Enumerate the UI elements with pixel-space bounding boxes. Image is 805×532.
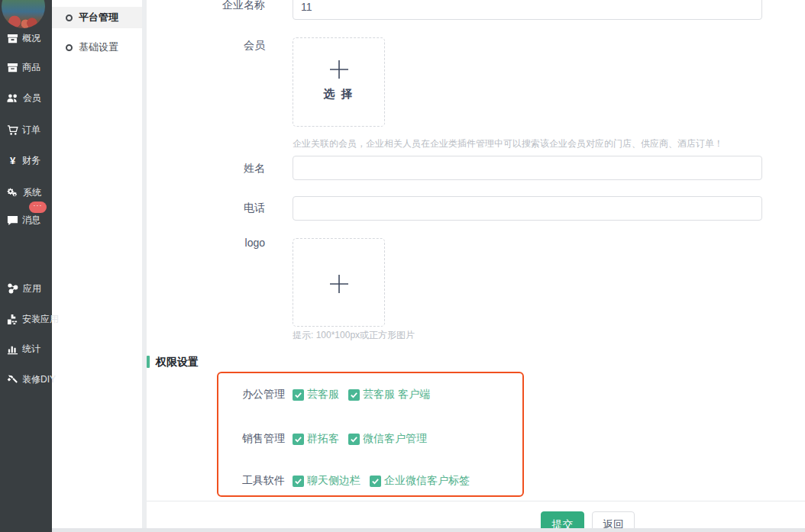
sidebar-item-label: 安装应用 <box>22 313 59 326</box>
sidebar-item-install-apps[interactable]: 安装应用 <box>0 311 52 327</box>
name-label: 姓名 <box>196 162 265 176</box>
decorate-diy-icon <box>7 374 18 385</box>
footer-divider <box>147 501 805 501</box>
members-icon <box>7 92 19 104</box>
sidebar-item-label: 概况 <box>22 32 40 45</box>
section-accent-bar <box>147 356 150 368</box>
system-icon <box>7 187 19 198</box>
sidebar-item-label: 系统 <box>23 186 41 199</box>
secondary-sidebar: 平台管理 基础设置 <box>52 0 144 528</box>
panel-gutter <box>142 0 147 528</box>
overview-icon <box>7 33 18 44</box>
primary-sidebar: 概况 商品 会员 订单 ¥ <box>0 0 52 532</box>
sidebar-item-messages[interactable]: 消息 <box>0 212 52 227</box>
sidebar-item-label: 统计 <box>22 343 40 356</box>
submenu-item-platform-management[interactable]: 平台管理 <box>52 7 144 28</box>
phone-input[interactable] <box>293 196 762 221</box>
sidebar-item-overview[interactable]: 概况 <box>0 31 52 46</box>
app-window: 企业名称 会员 选 择 企业关联的会员，企业相关人员在企业类插件管理中可以搜索该… <box>0 0 805 532</box>
install-apps-icon <box>7 314 18 325</box>
sidebar-item-statistics[interactable]: 统计 <box>0 341 52 356</box>
submenu-item-label: 平台管理 <box>79 11 118 24</box>
member-hint: 企业关联的会员，企业相关人员在企业类插件管理中可以搜索该企业会员对应的门店、供应… <box>293 137 723 150</box>
logo-label: logo <box>196 237 265 249</box>
sidebar-item-orders[interactable]: 订单 <box>0 122 52 137</box>
orders-icon <box>7 124 18 136</box>
sidebar-item-members[interactable]: 会员 <box>0 90 52 105</box>
sidebar-item-label: 商品 <box>22 61 40 74</box>
name-input[interactable] <box>293 156 762 180</box>
user-avatar[interactable] <box>2 0 45 28</box>
radio-icon <box>66 44 73 51</box>
permissions-section-title: 权限设置 <box>156 356 199 369</box>
annotation-highlight-box <box>217 372 524 497</box>
logo-upload-box[interactable] <box>293 238 385 327</box>
sidebar-item-label: 财务 <box>22 154 40 167</box>
company-name-label: 企业名称 <box>196 0 265 12</box>
sidebar-item-label: 订单 <box>22 124 40 137</box>
page-bottom-strip <box>52 528 805 532</box>
member-select-text: 选 择 <box>293 87 384 102</box>
sidebar-item-system[interactable]: 系统 <box>0 185 52 200</box>
radio-icon <box>66 15 73 21</box>
submenu-item-basic-settings[interactable]: 基础设置 <box>52 37 144 58</box>
member-select-box[interactable]: 选 择 <box>293 37 385 127</box>
member-label: 会员 <box>196 39 265 53</box>
main-content: 企业名称 会员 选 择 企业关联的会员，企业相关人员在企业类插件管理中可以搜索该… <box>147 0 805 528</box>
sidebar-item-goods[interactable]: 商品 <box>0 60 52 75</box>
phone-label: 电话 <box>196 202 265 215</box>
sidebar-item-finance[interactable]: ¥ 财务 <box>0 153 52 168</box>
goods-icon <box>7 62 18 73</box>
sidebar-item-label: 会员 <box>23 92 41 105</box>
plus-icon <box>328 272 351 295</box>
sidebar-item-label: 应用 <box>23 282 41 295</box>
company-name-input[interactable] <box>293 0 762 20</box>
message-badge: ··· <box>29 202 47 213</box>
submenu-item-label: 基础设置 <box>79 40 118 54</box>
logo-hint: 提示: 100*100px或正方形图片 <box>293 329 415 342</box>
sidebar-item-apps[interactable]: 应用 <box>0 281 52 296</box>
plus-icon <box>328 58 351 81</box>
sidebar-item-label: 消息 <box>22 214 40 227</box>
finance-icon: ¥ <box>7 155 18 166</box>
sidebar-item-label: 装修DIY <box>22 373 56 386</box>
apps-icon <box>7 282 19 295</box>
message-icon <box>7 214 18 226</box>
sidebar-item-decorate-diy[interactable]: 装修DIY <box>0 372 52 387</box>
stats-icon <box>7 343 18 355</box>
